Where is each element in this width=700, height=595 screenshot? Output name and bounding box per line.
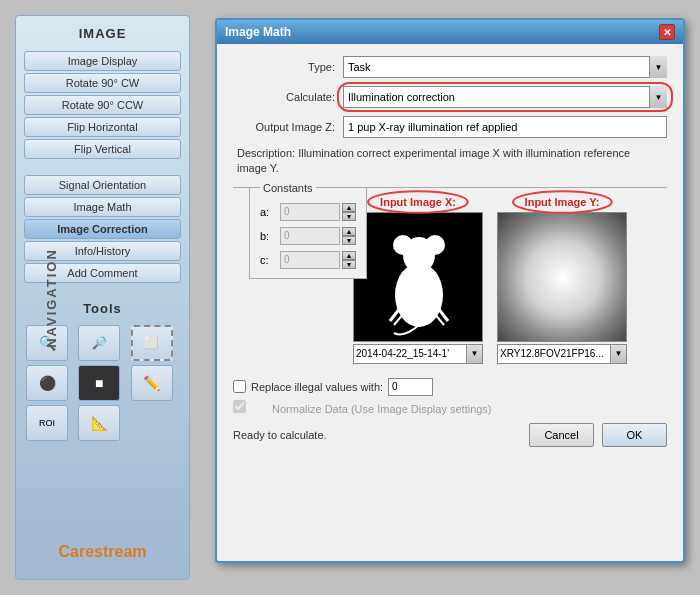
action-row: Ready to calculate. Cancel OK [233,423,667,447]
dialog-titlebar: Image Math [217,20,683,44]
cancel-button[interactable]: Cancel [529,423,594,447]
svg-point-6 [425,235,445,255]
const-a-down[interactable]: ▼ [342,212,356,221]
image-y-gradient [498,213,627,342]
replace-label: Replace illegal values with: [251,381,383,393]
sidebar-image-title: IMAGE [16,16,189,49]
mouse-image-x [354,213,483,342]
ok-button[interactable]: OK [602,423,667,447]
calculate-row: Calculate: Illumination correction ▼ [233,86,667,108]
normalize-label: Normalize Data (Use Image Display settin… [272,403,491,415]
output-label: Output Image Z: [233,121,343,133]
image-x-box [353,212,483,342]
normalize-checkbox[interactable] [233,400,246,413]
constants-legend: Constants [260,182,316,194]
calculate-select-wrapper: Illumination correction ▼ [343,86,667,108]
image-y-container: XRY12.8FOV21FP16... ▼ [497,212,627,364]
image-y-select-arrow[interactable]: ▼ [611,344,627,364]
type-select[interactable]: Task [343,56,667,78]
dialog-body: Type: Task ▼ Calculate: Illumination cor… [217,44,683,459]
const-a-up[interactable]: ▲ [342,203,356,212]
sidebar-image-section: Image Display Rotate 90° CW Rotate 90° C… [24,51,181,159]
images-row: Constants a: ▲ ▼ b: [233,212,667,364]
const-a-row: a: ▲ ▼ [260,203,356,221]
tool-btn-magnify-out[interactable]: 🔎 [78,325,120,361]
image-y-box [497,212,627,342]
replace-input[interactable] [388,378,433,396]
const-b-spinner: ▲ ▼ [342,227,356,245]
tool-btn-pen[interactable]: ✏️ [131,365,173,401]
image-math-dialog: Image Math Type: Task ▼ Calculate: [215,18,685,563]
const-a-spinner: ▲ ▼ [342,203,356,221]
sidebar-btn-image-correction[interactable]: Image Correction [24,219,181,239]
normalize-row: Normalize Data (Use Image Display settin… [233,400,667,415]
replace-checkbox[interactable] [233,380,246,393]
image-y-select[interactable]: XRY12.8FOV21FP16... [497,344,611,364]
constants-group: Constants a: ▲ ▼ b: [249,182,367,279]
description-text: Description: Illumination correct experi… [233,146,667,177]
tool-btn-black-square[interactable]: ■ [78,365,120,401]
const-a-input[interactable] [280,203,340,221]
image-x-selector: 2014-04-22_15-14-1' ▼ [353,344,483,364]
sidebar: IMAGE Image Display Rotate 90° CW Rotate… [15,15,190,580]
const-b-down[interactable]: ▼ [342,236,356,245]
const-a-label: a: [260,206,280,218]
calculate-select[interactable]: Illumination correction [343,86,667,108]
svg-point-5 [393,235,413,255]
output-row: Output Image Z: 1 pup X-ray illumination… [233,116,667,138]
image-x-select-arrow[interactable]: ▼ [467,344,483,364]
input-x-label-container: Input Image X: [353,196,483,208]
sidebar-btn-flip-v[interactable]: Flip Vertical [24,139,181,159]
calculate-label: Calculate: [233,91,343,103]
sidebar-btn-flip-h[interactable]: Flip Horizontal [24,117,181,137]
const-c-up[interactable]: ▲ [342,251,356,260]
nav-label: NAVIGATION [44,248,59,348]
type-label: Type: [233,61,343,73]
const-b-input[interactable] [280,227,340,245]
input-x-oval [366,190,470,214]
const-c-label: c: [260,254,280,266]
calculate-wrapper: Illumination correction ▼ [343,86,667,108]
status-text: Ready to calculate. [233,429,327,441]
main-background: IMAGE Image Display Rotate 90° CW Rotate… [0,0,700,595]
input-y-label: Input Image Y: [525,196,600,208]
const-c-spinner: ▲ ▼ [342,251,356,269]
bottom-controls: Replace illegal values with: Normalize D… [233,378,667,447]
type-select-wrapper: Task ▼ [343,56,667,78]
image-x-container: 2014-04-22_15-14-1' ▼ [353,212,483,364]
const-c-down[interactable]: ▼ [342,260,356,269]
sidebar-btn-image-display[interactable]: Image Display [24,51,181,71]
carestream-brand: Carestream [16,543,189,561]
const-b-up[interactable]: ▲ [342,227,356,236]
sidebar-btn-image-math[interactable]: Image Math [24,197,181,217]
tool-btn-circle[interactable]: ⚫ [26,365,68,401]
dialog-title: Image Math [225,25,291,39]
input-x-label: Input Image X: [380,196,456,208]
const-b-row: b: ▲ ▼ [260,227,356,245]
type-row: Type: Task ▼ [233,56,667,78]
replace-row: Replace illegal values with: [233,378,667,396]
tool-btn-roi[interactable]: ROI [26,405,68,441]
image-x-select[interactable]: 2014-04-22_15-14-1' [353,344,467,364]
input-y-label-container: Input Image Y: [497,196,627,208]
svg-point-0 [368,191,468,213]
const-c-row: c: ▲ ▼ [260,251,356,269]
dialog-close-button[interactable] [659,24,675,40]
tool-btn-measure[interactable]: 📐 [78,405,120,441]
tool-btn-select[interactable]: ⬜ [131,325,173,361]
image-y-selector: XRY12.8FOV21FP16... ▼ [497,344,627,364]
sidebar-btn-signal-orientation[interactable]: Signal Orientation [24,175,181,195]
input-y-oval [511,190,614,214]
images-area: Input Image X: Input Image Y: [233,196,667,364]
sidebar-tools-title: Tools [16,293,189,321]
svg-point-1 [513,191,612,213]
const-b-label: b: [260,230,280,242]
sidebar-btn-rotate-ccw[interactable]: Rotate 90° CCW [24,95,181,115]
output-input[interactable]: 1 pup X-ray illumination ref applied [343,116,667,138]
const-c-input[interactable] [280,251,340,269]
sidebar-btn-rotate-cw[interactable]: Rotate 90° CW [24,73,181,93]
